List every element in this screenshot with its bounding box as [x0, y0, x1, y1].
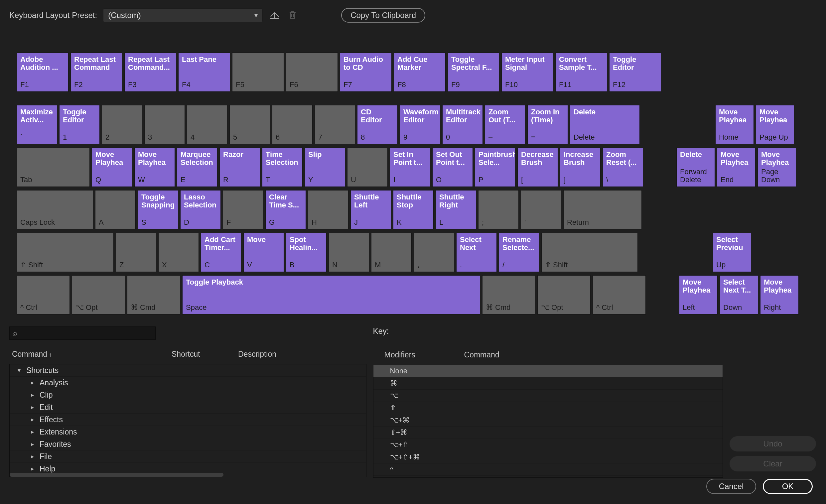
key-f[interactable]: F	[223, 190, 263, 230]
key-5[interactable]: 5	[229, 105, 270, 144]
key-page-down[interactable]: Move PlayheaPage Down	[758, 147, 796, 187]
key-k[interactable]: Shuttle StopK	[393, 190, 434, 230]
key--ctrl[interactable]: ^ Ctrl	[593, 275, 646, 315]
chevron-right-icon[interactable]: ▸	[31, 403, 40, 411]
modifier-row[interactable]: ⇧	[373, 402, 723, 414]
key-f5[interactable]: F5	[232, 53, 284, 92]
chevron-down-icon[interactable]: ▾	[18, 367, 26, 374]
key-f7[interactable]: Burn Audio to CDF7	[340, 53, 392, 92]
key--shift[interactable]: ⇧ Shift	[17, 233, 114, 272]
save-preset-icon[interactable]	[269, 9, 281, 21]
modifier-row[interactable]: ⇧+⌘	[373, 427, 723, 439]
modifier-row[interactable]: ⌥+⌘	[373, 414, 723, 427]
key-page-up[interactable]: Move PlayheaPage Up	[756, 105, 794, 144]
chevron-right-icon[interactable]: ▸	[31, 391, 40, 399]
col-command[interactable]: Command	[12, 350, 172, 359]
tree-row-effects[interactable]: ▸ Effects	[10, 414, 366, 426]
key--shift[interactable]: ⇧ Shift	[541, 233, 638, 272]
key-c[interactable]: Add Cart Timer...C	[201, 233, 241, 272]
cancel-button[interactable]: Cancel	[706, 479, 756, 494]
key-7[interactable]: 7	[314, 105, 355, 144]
key-f9[interactable]: Toggle Spectral F...F9	[448, 53, 499, 92]
key-f8[interactable]: Add Cue MarkerF8	[394, 53, 446, 92]
key-n[interactable]: N	[329, 233, 369, 272]
ok-button[interactable]: OK	[763, 479, 813, 494]
horizontal-scrollbar[interactable]	[10, 473, 224, 477]
key-f10[interactable]: Meter Input SignalF10	[501, 53, 553, 92]
preset-dropdown[interactable]: (Custom) ▾	[103, 8, 263, 22]
key-d[interactable]: Lasso SelectionD	[180, 190, 221, 230]
col-shortcut[interactable]: Shortcut	[172, 350, 238, 359]
key-forward-delete[interactable]: DeleteForward Delete	[676, 147, 715, 187]
key--ctrl[interactable]: ^ Ctrl	[17, 275, 70, 315]
key-v[interactable]: MoveV	[243, 233, 284, 272]
key-home[interactable]: Move PlayheaHome	[715, 105, 754, 144]
key-f3[interactable]: Repeat Last Command...F3	[124, 53, 176, 92]
copy-to-clipboard-button[interactable]: Copy To Clipboard	[341, 8, 425, 22]
modifier-row[interactable]: ⌥+⇧	[373, 439, 723, 451]
commands-tree[interactable]: ▾ Shortcuts▸ Analysis▸ Clip▸ Edit▸ Effec…	[9, 364, 366, 477]
key-tab[interactable]: Tab	[17, 147, 90, 187]
key--[interactable]: Decrease Brush[	[517, 147, 558, 187]
key-x[interactable]: X	[158, 233, 199, 272]
chevron-right-icon[interactable]: ▸	[31, 465, 40, 472]
col-command2[interactable]: Command	[464, 351, 723, 359]
modifier-row[interactable]: ⌥	[373, 390, 723, 402]
key-3[interactable]: 3	[144, 105, 185, 144]
key-4[interactable]: 4	[187, 105, 227, 144]
key--[interactable]: Select Next.	[456, 233, 497, 272]
key--opt[interactable]: ⌥ Opt	[537, 275, 591, 315]
key-z[interactable]: Z	[116, 233, 156, 272]
delete-preset-icon[interactable]	[287, 9, 299, 21]
modifier-row[interactable]: ⌘	[373, 377, 723, 390]
key-f4[interactable]: Last PaneF4	[178, 53, 230, 92]
key-caps-lock[interactable]: Caps Lock	[17, 190, 93, 230]
key--[interactable]: '	[521, 190, 561, 230]
key-h[interactable]: H	[308, 190, 349, 230]
chevron-right-icon[interactable]: ▸	[31, 428, 40, 436]
key-end[interactable]: Move PlayheaEnd	[717, 147, 756, 187]
tree-row-clip[interactable]: ▸ Clip	[10, 389, 366, 401]
key--[interactable]: Zoom Out (T...–	[485, 105, 525, 144]
key--cmd[interactable]: ⌘ Cmd	[482, 275, 535, 315]
modifiers-list[interactable]: None⌘⌥⇧⌥+⌘⇧+⌘⌥+⇧⌥+⇧+⌘^^+⌘	[373, 365, 723, 478]
key-f1[interactable]: Adobe Audition ...F1	[17, 53, 68, 92]
key--[interactable]: ,	[414, 233, 454, 272]
modifier-row[interactable]: ⌥+⇧+⌘	[373, 451, 723, 463]
key--[interactable]: Increase Brush]	[560, 147, 600, 187]
key-6[interactable]: 6	[272, 105, 312, 144]
key-m[interactable]: M	[371, 233, 412, 272]
col-description[interactable]: Description	[238, 350, 366, 359]
key--opt[interactable]: ⌥ Opt	[72, 275, 125, 315]
modifier-row[interactable]: ^+⌘	[373, 476, 723, 478]
key-r[interactable]: RazorR	[220, 147, 260, 187]
tree-row-favorites[interactable]: ▸ Favorites	[10, 438, 366, 450]
key-a[interactable]: A	[95, 190, 136, 230]
key--[interactable]: Zoom In (Time)=	[527, 105, 568, 144]
key--[interactable]: Zoom Reset (...\	[602, 147, 643, 187]
key-i[interactable]: Set In Point t...I	[390, 147, 430, 187]
tree-row-extensions[interactable]: ▸ Extensions	[10, 426, 366, 438]
modifier-row[interactable]: ^	[373, 463, 723, 476]
tree-row-analysis[interactable]: ▸ Analysis	[10, 377, 366, 389]
key-left[interactable]: Move PlayheaLeft	[679, 275, 718, 315]
key-w[interactable]: Move PlayheaW	[134, 147, 175, 187]
key-f12[interactable]: Toggle EditorF12	[609, 53, 661, 92]
key-e[interactable]: Marquee SelectionE	[177, 147, 218, 187]
key-j[interactable]: Shuttle LeftJ	[351, 190, 391, 230]
key-9[interactable]: Waveform Editor9	[400, 105, 440, 144]
key-0[interactable]: Multitrack Editor0	[442, 105, 483, 144]
key-2[interactable]: 2	[102, 105, 142, 144]
tree-row-shortcuts[interactable]: ▾ Shortcuts	[10, 364, 366, 377]
undo-button[interactable]: Undo	[729, 436, 816, 451]
search-input[interactable]: ⌕	[9, 326, 156, 340]
key--cmd[interactable]: ⌘ Cmd	[127, 275, 180, 315]
key--[interactable]: ;	[478, 190, 519, 230]
key-right[interactable]: Move PlayheaRight	[760, 275, 799, 315]
key-f6[interactable]: F6	[286, 53, 338, 92]
key-return[interactable]: Return	[563, 190, 642, 230]
key-8[interactable]: CD Editor8	[357, 105, 398, 144]
key--[interactable]: Maximize Activ...`	[17, 105, 57, 144]
key-s[interactable]: Toggle SnappingS	[138, 190, 178, 230]
key-down[interactable]: Select Next T...Down	[720, 275, 758, 315]
